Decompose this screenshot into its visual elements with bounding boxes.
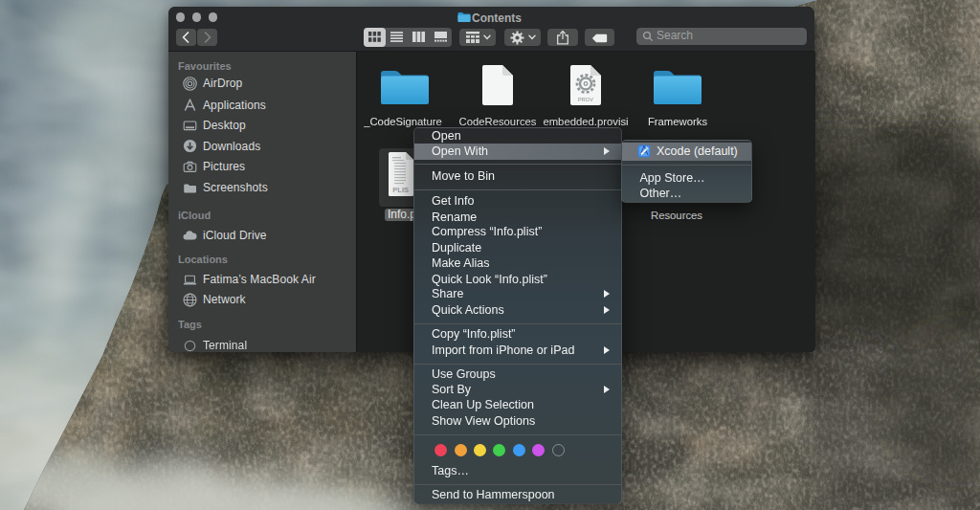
svg-text:PROV: PROV bbox=[578, 97, 593, 102]
svg-text:PLIS: PLIS bbox=[392, 186, 409, 194]
